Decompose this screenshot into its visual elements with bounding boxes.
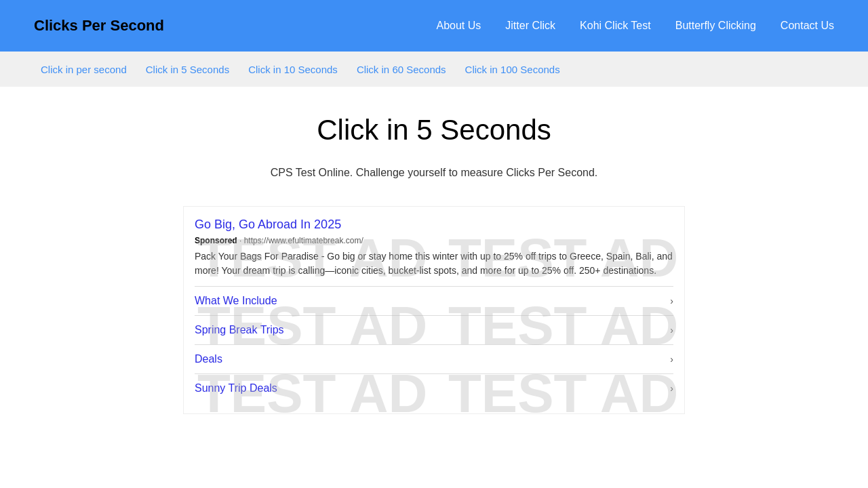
subnav: Click in per second Click in 5 Seconds C… xyxy=(0,52,868,87)
site-logo: Clicks Per Second xyxy=(34,17,164,35)
ad-url: https://www.efultimatebreak.com/ xyxy=(244,236,363,245)
main-nav: About Us Jitter Click Kohi Click Test Bu… xyxy=(436,20,834,32)
ad-meta: Sponsored · https://www.efultimatebreak.… xyxy=(195,236,673,245)
nav-about-us[interactable]: About Us xyxy=(436,20,481,32)
header: Clicks Per Second About Us Jitter Click … xyxy=(0,0,868,52)
nav-jitter-click[interactable]: Jitter Click xyxy=(505,20,555,32)
ad-title-link[interactable]: Go Big, Go Abroad In 2025 xyxy=(195,218,341,231)
ad-link-item-3[interactable]: Sunny Trip Deals › xyxy=(195,373,673,403)
ad-link-sunny-trip[interactable]: Sunny Trip Deals xyxy=(195,382,277,394)
page-title: Click in 5 Seconds xyxy=(317,114,551,146)
nav-kohi-click-test[interactable]: Kohi Click Test xyxy=(580,20,651,32)
chevron-icon-3: › xyxy=(670,383,673,394)
subnav-click-per-second[interactable]: Click in per second xyxy=(34,60,134,79)
ad-title[interactable]: Go Big, Go Abroad In 2025 xyxy=(195,218,673,232)
ad-link-item-2[interactable]: Deals › xyxy=(195,344,673,373)
ad-container: TEST AD TEST AD TEST AD TEST AD TEST AD … xyxy=(183,206,685,414)
subnav-click-60-seconds[interactable]: Click in 60 Seconds xyxy=(350,60,453,79)
page-subtitle: CPS Test Online. Challenge yourself to m… xyxy=(271,167,598,179)
subnav-click-10-seconds[interactable]: Click in 10 Seconds xyxy=(241,60,344,79)
sponsored-label: Sponsored xyxy=(195,236,237,245)
ad-link-item-1[interactable]: Spring Break Trips › xyxy=(195,315,673,344)
nav-butterfly-clicking[interactable]: Butterfly Clicking xyxy=(675,20,756,32)
ad-link-item-0[interactable]: What We Include › xyxy=(195,286,673,315)
chevron-icon-1: › xyxy=(670,325,673,336)
main-content: Click in 5 Seconds CPS Test Online. Chal… xyxy=(0,87,868,428)
ad-link-spring-break[interactable]: Spring Break Trips xyxy=(195,324,284,336)
ad-link-deals[interactable]: Deals xyxy=(195,353,222,365)
subnav-click-100-seconds[interactable]: Click in 100 Seconds xyxy=(458,60,567,79)
ad-description: Pack Your Bags For Paradise - Go big or … xyxy=(195,249,673,278)
subnav-click-5-seconds[interactable]: Click in 5 Seconds xyxy=(139,60,236,79)
nav-contact-us[interactable]: Contact Us xyxy=(781,20,834,32)
ad-link-what-we-include[interactable]: What We Include xyxy=(195,295,277,307)
ad-separator: · xyxy=(239,236,244,245)
chevron-icon-0: › xyxy=(670,296,673,306)
chevron-icon-2: › xyxy=(670,354,673,365)
